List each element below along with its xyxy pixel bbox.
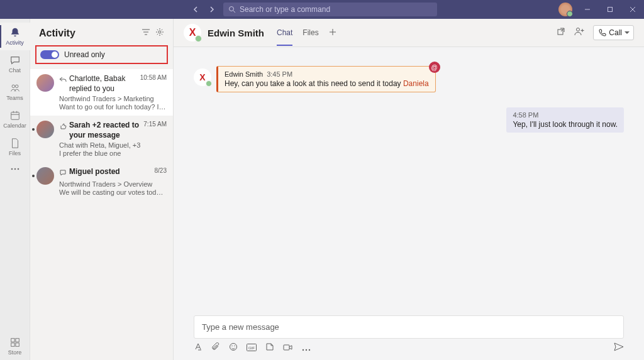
nav-back-button[interactable] — [189, 3, 203, 16]
send-icon — [614, 342, 624, 351]
message-bubble[interactable]: 4:58 PM Yep, I'll just look through it n… — [506, 107, 624, 133]
svg-point-0 — [230, 7, 234, 11]
activity-meta: Northwind Traders > Marketing — [59, 95, 167, 102]
activity-item[interactable]: Sarah +2 reacted to your message 7:15 AM… — [30, 116, 173, 162]
filter-button[interactable] — [142, 28, 150, 39]
activity-title: Charlotte, Babak replied to you — [69, 74, 136, 94]
chat-header: X Edwin Smith Chat Files Call — [174, 19, 644, 47]
svg-point-37 — [306, 349, 307, 351]
svg-point-38 — [309, 349, 310, 351]
svg-point-36 — [303, 349, 304, 351]
calendar-icon — [9, 110, 21, 121]
message-outgoing: 4:58 PM Yep, I'll just look through it n… — [194, 107, 624, 133]
rail-more[interactable] — [0, 161, 30, 178]
chat-icon — [59, 168, 67, 179]
maximize-button[interactable] — [602, 2, 618, 17]
bell-icon — [9, 27, 21, 38]
current-user-avatar[interactable] — [558, 3, 572, 16]
nav-forward-button[interactable] — [204, 3, 218, 16]
files-icon — [9, 138, 21, 149]
rail-calendar[interactable]: Calendar — [0, 106, 30, 133]
sticker-button[interactable] — [265, 342, 274, 354]
message-time: 4:58 PM — [513, 111, 618, 119]
svg-rect-17 — [11, 343, 14, 346]
like-icon — [59, 121, 67, 133]
more-icon — [11, 168, 19, 170]
message-time: 3:45 PM — [267, 70, 292, 78]
message-text: Hey, can you take a look at this need to… — [225, 79, 403, 88]
svg-point-26 — [577, 28, 580, 31]
svg-rect-3 — [608, 8, 613, 12]
activity-item[interactable]: Miguel posted 8/23 Northwind Traders > O… — [30, 162, 173, 201]
svg-line-1 — [233, 11, 235, 13]
activity-panel: Activity Unread only Charlotte, Babak re… — [30, 19, 174, 360]
gif-button[interactable]: GIF — [247, 342, 257, 354]
tab-chat[interactable]: Chat — [277, 19, 292, 46]
unread-only-toggle[interactable] — [40, 50, 59, 59]
svg-point-14 — [17, 168, 19, 170]
call-button[interactable]: Call — [593, 25, 634, 40]
activity-preview: Want to go out for lunch today? It's my.… — [59, 103, 167, 111]
attach-button[interactable] — [211, 342, 220, 354]
compose-area: Type a new message GIF — [174, 310, 644, 360]
svg-point-6 — [12, 85, 15, 88]
rail-chat[interactable]: Chat — [0, 50, 30, 78]
settings-button[interactable] — [155, 28, 164, 39]
activity-preview: We will be casting our votes today, ever… — [59, 188, 167, 196]
app-rail: Activity Chat Teams Calendar Files Store — [0, 19, 30, 360]
close-button[interactable] — [625, 2, 640, 17]
svg-rect-8 — [11, 112, 19, 120]
send-button[interactable] — [614, 342, 624, 354]
unread-only-row: Unread only — [35, 45, 168, 64]
gear-icon — [155, 28, 164, 36]
rail-activity[interactable]: Activity — [0, 23, 30, 50]
svg-rect-18 — [15, 343, 18, 346]
activity-meta: Chat with Reta, Miguel, +3 — [59, 141, 167, 149]
message-bubble[interactable]: @ Edwin Smith3:45 PM Hey, can you take a… — [216, 66, 436, 92]
unread-indicator — [32, 175, 35, 177]
chat-icon — [9, 55, 21, 66]
search-icon — [228, 6, 236, 13]
search-input[interactable]: Search or type a command — [223, 3, 437, 16]
svg-rect-16 — [15, 339, 18, 342]
activity-time: 7:15 AM — [143, 121, 167, 128]
avatar — [36, 167, 54, 185]
minimize-button[interactable] — [580, 2, 595, 17]
compose-input[interactable]: Type a new message — [194, 315, 624, 339]
reply-icon — [59, 75, 67, 86]
avatar — [36, 74, 54, 92]
store-icon — [9, 337, 21, 348]
svg-point-7 — [15, 85, 18, 88]
teams-icon — [9, 82, 21, 94]
svg-rect-35 — [284, 345, 289, 350]
search-placeholder: Search or type a command — [240, 5, 330, 14]
avatar — [36, 121, 54, 138]
add-tab-button[interactable] — [329, 19, 336, 46]
more-compose-button[interactable] — [302, 342, 311, 354]
svg-text:GIF: GIF — [248, 346, 255, 350]
popout-button[interactable] — [557, 27, 565, 38]
unread-indicator — [32, 128, 35, 131]
activity-meta: Northwind Traders > Overview — [59, 180, 167, 188]
emoji-button[interactable] — [229, 342, 238, 354]
activity-item[interactable]: Charlotte, Babak replied to you 10:58 AM… — [30, 69, 173, 116]
svg-point-32 — [234, 346, 235, 346]
message-avatar: X — [194, 68, 211, 86]
message-incoming: X @ Edwin Smith3:45 PM Hey, can you take… — [194, 66, 624, 92]
rail-store[interactable]: Store — [0, 332, 30, 360]
add-people-button[interactable] — [574, 27, 584, 38]
tab-files[interactable]: Files — [303, 19, 318, 46]
format-button[interactable] — [194, 342, 203, 354]
svg-point-22 — [158, 31, 161, 33]
title-bar: Search or type a command — [0, 0, 644, 19]
activity-title: Sarah +2 reacted to your message — [69, 121, 140, 140]
chat-avatar: X — [184, 24, 201, 41]
rail-teams[interactable]: Teams — [0, 78, 30, 106]
meeting-button[interactable] — [283, 342, 293, 354]
rail-files[interactable]: Files — [0, 133, 30, 161]
svg-point-30 — [230, 344, 237, 351]
svg-point-13 — [14, 168, 16, 170]
activity-time: 10:58 AM — [140, 74, 167, 81]
activity-title: Miguel posted — [69, 167, 151, 177]
chat-title: Edwin Smith — [208, 28, 264, 38]
